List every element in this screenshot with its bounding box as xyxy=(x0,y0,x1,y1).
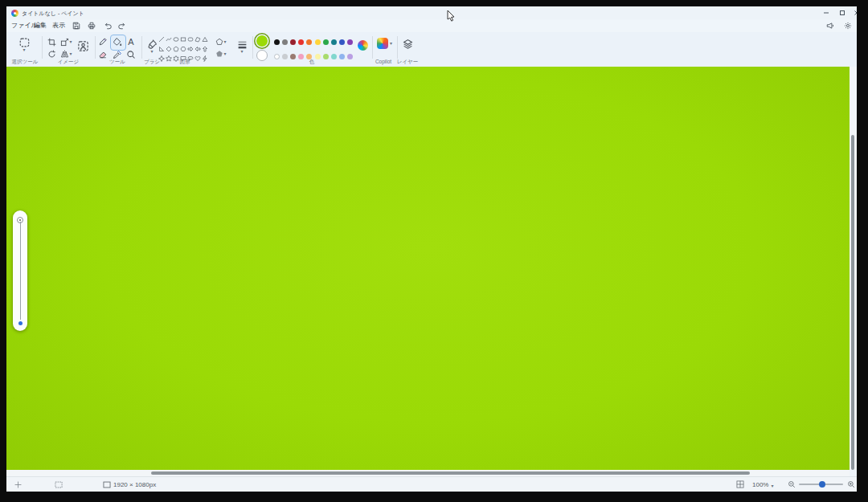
print-icon[interactable] xyxy=(86,21,96,31)
color1-well[interactable] xyxy=(256,35,268,47)
titlebar[interactable]: タイトルなし - ペイント xyxy=(6,6,857,19)
shape-fill-icon[interactable] xyxy=(214,49,228,58)
canvas-size-indicator: 1920 × 1080px xyxy=(103,480,156,489)
horizontal-scrollbar[interactable] xyxy=(6,470,850,476)
crop-icon[interactable] xyxy=(47,37,57,47)
shape-right-triangle-icon[interactable] xyxy=(158,46,165,52)
shape-oval-icon[interactable] xyxy=(172,36,179,43)
shape-hexagon-icon[interactable] xyxy=(179,46,186,52)
layers-icon[interactable] xyxy=(401,37,414,50)
separator xyxy=(42,36,43,59)
menu-view[interactable]: 表示 xyxy=(50,21,68,31)
vertical-scrollbar[interactable] xyxy=(850,67,857,470)
shape-pentagon-icon[interactable] xyxy=(172,46,179,52)
selection-size-icon xyxy=(55,480,63,489)
colors-group-label: 色 xyxy=(292,59,332,66)
separator xyxy=(252,36,253,59)
window-title: タイトルなし - ペイント xyxy=(22,10,84,18)
shape-arrow-left-icon[interactable] xyxy=(194,46,201,52)
remove-background-icon[interactable] xyxy=(76,39,90,53)
zoom-level-dropdown[interactable]: 100% xyxy=(752,480,773,489)
statusbar: 1920 × 1080px 100% xyxy=(6,476,857,492)
maximize-button[interactable] xyxy=(836,7,849,18)
floating-slider-track xyxy=(20,222,21,320)
cursor-position-icon xyxy=(14,480,22,489)
palette-swatch[interactable] xyxy=(290,39,296,45)
vertical-scrollbar-thumb[interactable] xyxy=(851,135,854,470)
shape-polygon-icon[interactable] xyxy=(194,36,201,43)
palette-swatch[interactable] xyxy=(347,39,353,45)
shape-rounded-rectangle-icon[interactable] xyxy=(186,36,194,43)
zoom-slider-thumb[interactable] xyxy=(819,481,825,488)
shape-arrow-up-icon[interactable] xyxy=(201,46,208,52)
paint-app-icon xyxy=(11,10,18,17)
palette-swatch[interactable] xyxy=(274,54,280,59)
outline-dropdown-caret[interactable] xyxy=(223,40,226,43)
shape-arrow-right-icon[interactable] xyxy=(186,46,194,52)
zoom-level-value: 100% xyxy=(752,481,768,488)
image-group-label: イメージ xyxy=(43,59,93,66)
close-button[interactable] xyxy=(850,7,857,18)
rotate-icon[interactable] xyxy=(47,49,57,59)
canvas-size-label: 1920 × 1080px xyxy=(113,481,156,488)
undo-icon[interactable] xyxy=(103,21,113,31)
paint-window: タイトルなし - ペイント ファイル 編集 表示 xyxy=(6,6,857,492)
palette-swatch[interactable] xyxy=(331,39,337,45)
feedback-icon[interactable] xyxy=(825,21,835,31)
palette-swatch[interactable] xyxy=(282,54,288,59)
save-icon[interactable] xyxy=(71,21,81,31)
palette-swatch[interactable] xyxy=(347,54,353,59)
copilot-icon[interactable] xyxy=(377,38,388,49)
shape-triangle-icon[interactable] xyxy=(201,36,208,43)
zoom-dropdown-caret xyxy=(771,484,773,488)
selection-tool-button[interactable] xyxy=(14,35,34,53)
palette-swatch[interactable] xyxy=(339,39,345,45)
palette-swatch[interactable] xyxy=(323,39,329,45)
toolbar: 選択ツール イメージ xyxy=(6,32,857,67)
text-icon[interactable]: A xyxy=(125,36,137,47)
shapes-group-label: 図形 xyxy=(158,59,212,66)
brush-dropdown-caret[interactable] xyxy=(150,50,153,53)
layers-button-label[interactable]: レイヤー xyxy=(394,59,421,66)
settings-icon[interactable] xyxy=(842,21,853,31)
shape-curve-icon[interactable] xyxy=(165,36,172,43)
resize-icon[interactable] xyxy=(59,37,73,47)
menu-edit[interactable]: 編集 xyxy=(31,21,49,31)
palette-swatch[interactable] xyxy=(315,39,321,45)
color2-well[interactable] xyxy=(256,50,268,61)
shape-rectangle-icon[interactable] xyxy=(179,36,186,43)
shape-fill-dropdown-caret[interactable] xyxy=(223,52,226,55)
shape-line-icon[interactable] xyxy=(158,36,165,43)
zoom-in-icon[interactable] xyxy=(847,480,855,489)
floating-slider[interactable] xyxy=(13,210,27,331)
outline-icon[interactable] xyxy=(214,37,228,46)
paint-canvas[interactable] xyxy=(6,67,850,470)
minimize-button[interactable] xyxy=(820,7,833,18)
menubar: ファイル 編集 表示 xyxy=(6,19,857,32)
separator xyxy=(372,36,373,59)
palette-swatch[interactable] xyxy=(274,39,280,45)
pencil-icon[interactable] xyxy=(97,36,108,47)
tools-group-label: ツール xyxy=(96,59,138,66)
copilot-dropdown-caret[interactable] xyxy=(390,42,392,45)
line-width-icon[interactable] xyxy=(234,36,250,55)
separator xyxy=(95,36,96,59)
separator xyxy=(141,36,142,59)
floating-slider-dot xyxy=(18,321,23,325)
grid-icon[interactable] xyxy=(736,480,744,489)
edit-colors-icon[interactable] xyxy=(358,40,368,51)
palette-swatch[interactable] xyxy=(298,39,304,45)
canvas-size-icon xyxy=(103,481,111,488)
shape-diamond-icon[interactable] xyxy=(165,46,172,52)
palette-swatch[interactable] xyxy=(339,54,345,59)
selection-dropdown-caret[interactable] xyxy=(23,48,25,51)
redo-icon[interactable] xyxy=(117,21,127,31)
zoom-out-icon[interactable] xyxy=(788,480,796,489)
horizontal-scrollbar-thumb[interactable] xyxy=(151,471,750,475)
palette-swatch[interactable] xyxy=(282,39,288,45)
zoom-slider[interactable] xyxy=(799,480,843,489)
line-width-dropdown-caret[interactable] xyxy=(240,50,243,53)
fill-icon[interactable] xyxy=(112,36,123,47)
palette-swatch[interactable] xyxy=(306,39,312,45)
flip-icon[interactable] xyxy=(59,49,73,59)
